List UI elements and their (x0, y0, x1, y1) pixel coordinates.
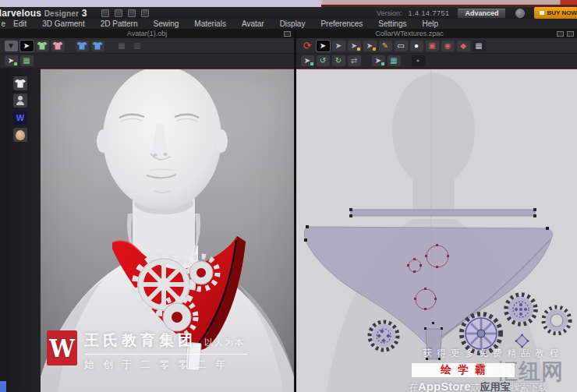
avatar-preset-bust[interactable] (13, 94, 27, 108)
flip-pattern-tool[interactable]: ⇄ (348, 55, 361, 66)
language-globe-icon[interactable] (515, 9, 525, 18)
rotate-cw-tool-icon: ↻ (335, 57, 342, 65)
right-panel-title-bar: CollarWTextures.zpac (296, 29, 577, 38)
disabled-tool-2[interactable]: ▥ (131, 41, 144, 51)
measure-tool[interactable]: ▪ (412, 55, 425, 66)
free-sewing-tool[interactable]: ▦ (388, 55, 401, 66)
watermark-company-name: 王氏教育集团 (84, 330, 196, 351)
pen-polygon-tool[interactable]: ✎ (379, 41, 392, 51)
show-garment-blue-tool[interactable] (76, 41, 89, 51)
bust-icon (16, 96, 25, 105)
watermark-wangshi: W 王氏教育集团 以人为本 始创于二零零二年 (47, 330, 247, 372)
rotate-ccw-tool-icon: ↺ (320, 57, 326, 65)
avatar-preset-crown[interactable]: W (13, 111, 27, 125)
dart-tool[interactable]: ◆ (457, 41, 470, 51)
select-avatar-tool[interactable]: ➤ (5, 55, 18, 66)
edit-curve-tool-dot (357, 48, 360, 51)
select-avatar-tool-icon: ➤ (8, 57, 14, 65)
avatar-preset-garment[interactable] (13, 76, 27, 90)
menu-item-2d-pattern[interactable]: 2D Pattern (93, 19, 146, 29)
left-toolbar-row2: ➤▦ (0, 54, 294, 69)
select-move-tool[interactable]: ➤ (20, 41, 34, 51)
internal-circle-tool[interactable]: ◉ (441, 41, 455, 51)
add-point-tool[interactable]: ➤ (363, 41, 377, 51)
watermark-brand-red-box: 绘学霸 (412, 363, 515, 377)
redo-icon[interactable] (141, 9, 149, 17)
pattern-collar-band[interactable] (349, 208, 536, 217)
menu-item-materials[interactable]: Materials (186, 19, 234, 29)
show-garment-blue-2-tool[interactable] (91, 41, 104, 51)
select-garment-green-tool[interactable] (36, 41, 49, 51)
menu-item-display[interactable]: Display (272, 19, 313, 29)
right-panel-title: CollarWTextures.zpac (375, 30, 444, 37)
transform-pattern-tool[interactable]: ➤ (317, 41, 330, 51)
edit-curve-tool[interactable]: ➤ (348, 41, 361, 51)
menu-item-preferences[interactable]: Preferences (313, 19, 370, 29)
toolbar-spacer (403, 55, 409, 66)
internal-circle-tool-icon: ◉ (444, 42, 451, 50)
avatar-preset-sidebar: W (0, 69, 41, 392)
disabled-tool-1[interactable]: ▦ (115, 41, 129, 51)
select-move-tool-icon: ➤ (23, 42, 30, 50)
pattern-move-tool-icon: ➤ (304, 57, 310, 65)
avatar-tape-tool-icon: ▦ (23, 57, 30, 65)
select-garment-pink-tool-icon (53, 42, 63, 50)
wangshi-logo: W (47, 330, 77, 366)
version-text: Version:1.4.14.7751 (377, 9, 450, 17)
advanced-button[interactable]: Advanced (457, 8, 506, 19)
menu-item-settings[interactable]: Settings (370, 19, 414, 29)
sync-2d-3d-tool[interactable]: ⟳ (301, 41, 314, 51)
left-panel-title: Avatar(1).obj (127, 30, 167, 37)
undo-icon[interactable] (128, 9, 136, 17)
avatar-preset-head[interactable] (13, 128, 27, 142)
pattern-move-tool[interactable]: ➤ (301, 55, 314, 66)
toolbar-spacer (67, 41, 73, 51)
watermark-founded: 始创于二零零二年 (84, 358, 247, 372)
select-garment-pink-tool[interactable] (51, 41, 65, 51)
menu-item-edit[interactable]: Edit (5, 19, 34, 29)
segment-sewing-tool-icon: ➤ (375, 57, 381, 65)
marvelous-designer-window: Marvelous Designer 3 Version:1.4.14.7751… (0, 0, 577, 392)
open-file-icon[interactable] (115, 9, 122, 17)
float-panel-icon[interactable] (557, 31, 564, 37)
right-toolbar-row2: ➤↺↻⇄➤▦▪ (296, 54, 577, 69)
pattern-2d-canvas (296, 69, 577, 392)
add-point-tool-dot (373, 48, 376, 51)
pattern-gear-ring[interactable] (543, 307, 570, 334)
buy-now-button[interactable]: BUY NOW (534, 7, 577, 19)
segment-sewing-tool[interactable]: ➤ (372, 55, 385, 66)
pattern-gear-1[interactable] (370, 322, 398, 350)
avatar-tape-tool[interactable]: ▦ (20, 55, 34, 66)
right-toolbar-row1: ⟳➤➤➤➤✎▭●▣◉◆▦ (296, 38, 577, 54)
shirt-icon (15, 79, 26, 88)
new-file-icon[interactable] (101, 9, 109, 17)
rotate-cw-tool[interactable]: ↻ (332, 55, 345, 66)
show-garment-blue-2-tool-icon (93, 42, 103, 50)
rotate-ccw-tool[interactable]: ↺ (317, 55, 330, 66)
background-window-strip (0, 0, 577, 7)
pen-polygon-tool-icon: ✎ (382, 42, 388, 50)
menu-item-sewing[interactable]: Sewing (146, 19, 187, 29)
titlebar-quick-icons (101, 9, 149, 17)
watermark-tagline: 以人为本 (204, 337, 245, 348)
toolbar-spacer (107, 41, 113, 51)
display-mode-arrow-tool[interactable]: ▼ (5, 41, 18, 51)
pattern-move-tool-dot (310, 62, 313, 65)
internal-rectangle-tool[interactable]: ▣ (426, 41, 439, 51)
menu-item-help[interactable]: Help (415, 19, 447, 29)
circle-tool[interactable]: ● (410, 41, 423, 51)
watermark-divider (85, 354, 247, 355)
menu-item-avatar[interactable]: Avatar (234, 19, 272, 29)
measure-tool-icon: ▪ (416, 57, 419, 65)
disabled-tool-2-icon: ▥ (133, 42, 140, 50)
rectangle-tool[interactable]: ▭ (395, 41, 408, 51)
taskbar-fragment (0, 381, 6, 392)
menu-item-3d-garment[interactable]: 3D Garment (34, 19, 92, 29)
viewport-2d[interactable] (296, 69, 577, 392)
dock-panel-icon[interactable] (567, 31, 574, 37)
float-panel-icon[interactable] (284, 31, 291, 37)
edit-pattern-tool[interactable]: ➤ (332, 41, 345, 51)
texture-swatch-tool[interactable]: ▦ (473, 41, 486, 51)
free-sewing-tool-icon: ▦ (390, 57, 397, 65)
sync-2d-3d-tool-icon: ⟳ (303, 41, 312, 51)
